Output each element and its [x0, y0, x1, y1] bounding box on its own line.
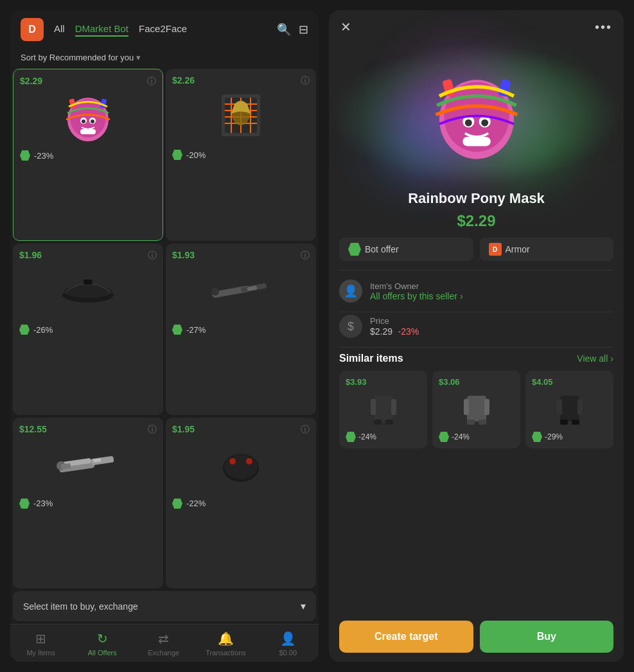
tab-face2face[interactable]: Face2Face [139, 23, 187, 37]
sort-bar: Sort by Recommended for you ▾ [10, 49, 319, 69]
action-buttons: Create target Buy [329, 612, 624, 662]
owner-link[interactable]: All offers by this seller › [370, 291, 463, 301]
buy-button[interactable]: Buy [480, 621, 614, 653]
item-discount: -23% [33, 499, 53, 508]
similar-item[interactable]: $3.93 -24% [339, 371, 427, 448]
item-footer: -20% [172, 150, 310, 160]
svg-point-6 [91, 119, 94, 123]
item-card[interactable]: $1.93 ⓘ -27% [166, 243, 316, 414]
select-bar-text: Select item to buy, exchange [23, 601, 138, 612]
item-price: $1.96 [19, 250, 157, 260]
item-card[interactable]: $12.55 ⓘ -23% [13, 418, 163, 588]
right-panel: ✕ ••• Rainbow Pony Mask $2.29 [329, 10, 624, 662]
chevron-down-icon: ▾ [301, 600, 306, 612]
nav-transactions-label: Transactions [206, 649, 246, 657]
sort-value[interactable]: Recommended for you [49, 53, 134, 62]
similar-image [532, 391, 607, 429]
item-footer: -27% [172, 324, 310, 335]
nav-my-items[interactable]: ⊞ My Items [22, 631, 60, 657]
refresh-icon: ↻ [97, 631, 108, 646]
armor-label: Armor [506, 244, 530, 254]
item-discount: -23% [34, 151, 53, 161]
more-options-button[interactable]: ••• [595, 20, 612, 35]
nav-all-offers[interactable]: ↻ All Offers [83, 631, 121, 657]
top-bar: D All DMarket Bot Face2Face 🔍 ⊟ [10, 10, 319, 49]
info-icon[interactable]: ⓘ [148, 424, 157, 436]
item-detail-price: $2.29 [329, 209, 624, 238]
similar-footer: -24% [439, 432, 514, 442]
svg-point-20 [64, 285, 112, 298]
tab-all[interactable]: All [54, 23, 65, 37]
dmarket-icon [20, 150, 30, 161]
bot-offer-tag[interactable]: Bot offer [339, 238, 473, 261]
info-icon[interactable]: ⓘ [301, 424, 310, 436]
search-icon[interactable]: 🔍 [277, 22, 291, 37]
svg-rect-51 [464, 399, 469, 415]
owner-info: Item's Owner All offers by this seller › [370, 281, 463, 301]
price-amount: $2.29 [370, 326, 392, 337]
nav-exchange[interactable]: ⇄ Exchange [145, 631, 183, 657]
dmarket-icon [346, 432, 356, 442]
nav-all-offers-label: All Offers [88, 649, 117, 657]
similar-price: $3.06 [439, 377, 514, 387]
view-all-button[interactable]: View all › [577, 353, 613, 364]
similar-item[interactable]: $3.06 -24% [432, 371, 520, 448]
nav-tabs: All DMarket Bot Face2Face [54, 23, 272, 37]
bot-offer-icon [348, 243, 361, 256]
svg-rect-56 [557, 399, 562, 415]
svg-point-41 [464, 119, 471, 126]
armor-tag[interactable]: D Armor [480, 238, 614, 261]
nav-wallet-label: $0.00 [279, 649, 297, 657]
price-info: Price $2.29 -23% [370, 316, 419, 337]
items-grid: $2.29 ⓘ [10, 69, 319, 588]
price-icon: $ [339, 315, 362, 338]
nav-exchange-label: Exchange [148, 649, 179, 657]
svg-rect-58 [560, 420, 568, 425]
similar-title: Similar items [339, 353, 403, 364]
armor-icon: D [489, 243, 502, 256]
svg-rect-49 [385, 420, 393, 425]
dmarket-icon [172, 324, 182, 335]
similar-item[interactable]: $4.05 -29% [525, 371, 613, 448]
info-icon[interactable]: ⓘ [301, 75, 310, 87]
item-footer: -23% [20, 150, 156, 161]
info-icon[interactable]: ⓘ [148, 250, 157, 261]
similar-discount: -29% [545, 432, 563, 441]
svg-rect-47 [391, 399, 396, 415]
info-icon[interactable]: ⓘ [301, 250, 310, 261]
dmarket-icon [532, 432, 542, 442]
item-card[interactable]: $2.26 ⓘ -20% [166, 69, 316, 241]
bot-offer-label: Bot offer [365, 244, 399, 254]
item-discount: -22% [186, 499, 206, 508]
filter-icon[interactable]: ⊟ [299, 22, 308, 37]
tab-dmarket-bot[interactable]: DMarket Bot [75, 23, 128, 37]
similar-header: Similar items View all › [329, 348, 624, 371]
create-target-button[interactable]: Create target [339, 621, 473, 653]
svg-rect-55 [560, 396, 579, 421]
svg-rect-21 [84, 279, 92, 285]
item-card[interactable]: $1.95 ⓘ -22% [166, 418, 316, 588]
similar-footer: -29% [532, 432, 607, 442]
item-footer: -26% [19, 324, 157, 335]
nav-transactions[interactable]: 🔔 Transactions [206, 631, 246, 657]
similar-footer: -24% [346, 432, 421, 442]
close-button[interactable]: ✕ [340, 19, 351, 35]
similar-image [439, 391, 514, 429]
user-icon: 👤 [280, 631, 296, 646]
item-image [19, 437, 157, 495]
app-logo: D [21, 18, 44, 41]
similar-price: $4.05 [532, 377, 607, 387]
select-bar[interactable]: Select item to buy, exchange ▾ [13, 591, 316, 621]
similar-discount: -24% [452, 432, 470, 441]
item-image [172, 263, 310, 321]
price-section: $ Price $2.29 -23% [329, 312, 624, 347]
item-card[interactable]: $2.29 ⓘ [13, 69, 163, 241]
svg-rect-57 [577, 399, 583, 415]
item-price: $12.55 [19, 424, 157, 434]
info-icon[interactable]: ⓘ [147, 76, 156, 87]
svg-rect-52 [484, 399, 489, 415]
item-card[interactable]: $1.96 ⓘ -26% [13, 243, 163, 414]
similar-image [346, 391, 421, 429]
nav-wallet[interactable]: 👤 $0.00 [269, 631, 307, 657]
bottom-nav: ⊞ My Items ↻ All Offers ⇄ Exchange 🔔 Tra… [10, 624, 319, 662]
